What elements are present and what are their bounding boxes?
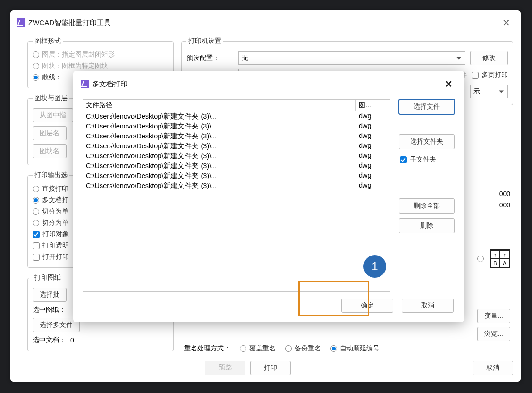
ba-layout-icon[interactable]: ↑↑BA [490, 249, 510, 268]
file-ext-cell: dwg [356, 141, 390, 151]
file-row[interactable]: C:\Users\lenovo\Desktop\新建文件夹 (3)\...dwg [83, 131, 390, 141]
file-path-cell: C:\Users\lenovo\Desktop\新建文件夹 (3)\... [83, 131, 356, 141]
file-ext-cell: dwg [356, 181, 390, 191]
display-select[interactable]: 示 [470, 85, 508, 98]
file-path-cell: C:\Users\lenovo\Desktop\新建文件夹 (3)\... [83, 161, 356, 171]
file-ext-cell: dwg [356, 111, 390, 121]
file-path-cell: C:\Users\lenovo\Desktop\新建文件夹 (3)\... [83, 171, 356, 181]
file-path-cell: C:\Users\lenovo\Desktop\新建文件夹 (3)\... [83, 141, 356, 151]
col-path-header: 文件路径 [83, 100, 356, 111]
col-type-header: 图... [356, 100, 390, 111]
main-title: ZWCAD智能批量打印工具 [28, 18, 111, 27]
print-button[interactable]: 打印 [250, 361, 291, 375]
browse-button[interactable]: 浏览... [477, 327, 510, 341]
preset-select[interactable]: 无 [238, 51, 465, 65]
rename-overwrite-option[interactable]: 覆盖重名 [240, 343, 276, 354]
dialog-cancel-button[interactable]: 取消 [402, 299, 454, 313]
preview-button[interactable]: 预览 [205, 361, 245, 375]
print-sheet-legend: 打印图纸 [33, 273, 63, 282]
file-row[interactable]: C:\Users\lenovo\Desktop\新建文件夹 (3)\...dwg [83, 121, 390, 131]
file-row[interactable]: C:\Users\lenovo\Desktop\新建文件夹 (3)\...dwg [83, 141, 390, 151]
file-ext-cell: dwg [356, 151, 390, 161]
rename-backup-option[interactable]: 备份重名 [285, 343, 321, 354]
dialog-title: 多文档打印 [92, 80, 127, 89]
modify-button[interactable]: 修改 [470, 51, 508, 65]
output-options-legend: 打印输出选 [33, 171, 69, 179]
file-path-cell: C:\Users\lenovo\Desktop\新建文件夹 (3)\... [83, 181, 356, 191]
frame-form-legend: 图框形式 [33, 37, 63, 45]
rename-label: 重名处理方式： [184, 344, 230, 353]
multi-doc-print-dialog: 多文档打印 ✕ 文件路径 图... C:\Users\lenovo\Deskto… [73, 71, 464, 322]
variable-button[interactable]: 变量... [477, 309, 510, 323]
layer-name-button[interactable]: 图层名 [33, 126, 67, 140]
file-row[interactable]: C:\Users\lenovo\Desktop\新建文件夹 (3)\...dwg [83, 151, 390, 161]
delete-button[interactable]: 删除 [399, 218, 455, 233]
frame-layer-option[interactable]: 图层：指定图层封闭矩形 [33, 49, 169, 60]
file-path-cell: C:\Users\lenovo\Desktop\新建文件夹 (3)\... [83, 121, 356, 131]
file-row[interactable]: C:\Users\lenovo\Desktop\新建文件夹 (3)\...dwg [83, 161, 390, 171]
file-ext-cell: dwg [356, 171, 390, 181]
file-row[interactable]: C:\Users\lenovo\Desktop\新建文件夹 (3)\...dwg [83, 171, 390, 181]
main-footer: 预览 打印 取消 [10, 356, 521, 382]
file-row[interactable]: C:\Users\lenovo\Desktop\新建文件夹 (3)\...dwg [83, 181, 390, 191]
frame-block-option[interactable]: 图块：图框为特定图块 [33, 60, 169, 72]
num-field-2: 000 [499, 201, 510, 209]
main-titlebar: ZWCAD智能批量打印工具 ✕ [10, 10, 521, 35]
dialog-close-icon[interactable]: ✕ [441, 77, 456, 92]
file-ext-cell: dwg [356, 161, 390, 171]
file-row[interactable]: C:\Users\lenovo\Desktop\新建文件夹 (3)\...dwg [83, 111, 390, 121]
annotation-step-badge: 1 [363, 255, 386, 278]
block-name-button[interactable]: 图块名 [33, 144, 67, 158]
pick-from-drawing-button[interactable]: 从图中指 [33, 108, 73, 122]
rename-auto-option[interactable]: 自动顺延编号 [330, 343, 380, 354]
select-multi-file-button[interactable]: 选择多文件 [33, 318, 80, 332]
block-layer-legend: 图块与图层 [33, 94, 69, 103]
num-field-1: 000 [499, 190, 510, 197]
delete-all-button[interactable]: 删除全部 [399, 198, 455, 214]
select-file-button[interactable]: 选择文件 [399, 99, 455, 114]
subfolder-check[interactable]: 子文件夹 [399, 154, 455, 165]
file-ext-cell: dwg [356, 121, 390, 131]
ok-button[interactable]: 确定 [341, 299, 393, 313]
file-list-table[interactable]: 文件路径 图... C:\Users\lenovo\Desktop\新建文件夹 … [83, 99, 390, 292]
select-folder-button[interactable]: 选择文件夹 [399, 134, 455, 149]
selected-doc-value: 0 [70, 336, 74, 344]
app-icon [17, 18, 25, 27]
rename-row: 重名处理方式： 覆盖重名 备份重名 自动顺延编号 [181, 341, 513, 356]
select-batch-button[interactable]: 选择批 [33, 288, 67, 302]
file-path-cell: C:\Users\lenovo\Desktop\新建文件夹 (3)\... [83, 111, 356, 121]
close-icon[interactable]: ✕ [498, 15, 514, 30]
file-ext-cell: dwg [356, 131, 390, 141]
preset-label: 预设配置： [186, 54, 234, 62]
cancel-button[interactable]: 取消 [473, 361, 513, 375]
printer-settings-legend: 打印机设置 [186, 37, 223, 45]
dialog-icon [81, 80, 89, 88]
selected-doc-label: 选中文档： [33, 336, 66, 344]
file-path-cell: C:\Users\lenovo\Desktop\新建文件夹 (3)\... [83, 151, 356, 161]
multipage-check[interactable]: 多页打印 [472, 71, 508, 79]
ba-radio[interactable] [477, 256, 484, 262]
